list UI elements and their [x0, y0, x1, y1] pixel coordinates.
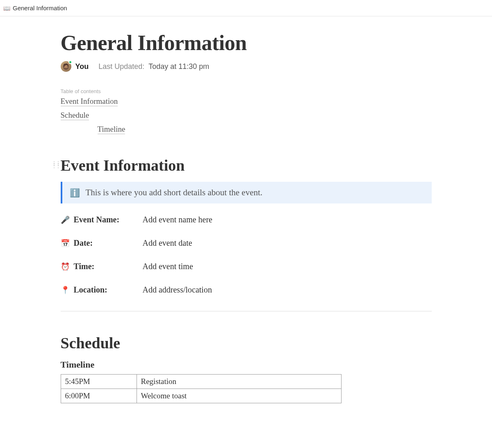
section-event-information: ⋮⋮⋮⋮ Event Information	[61, 156, 432, 174]
last-updated-value: Today at 11:30 pm	[148, 62, 209, 71]
microphone-icon: 🎤	[61, 215, 70, 224]
pin-icon: 📍	[61, 286, 70, 295]
author-name[interactable]: You	[75, 62, 89, 71]
detail-label-location[interactable]: 📍 Location:	[61, 285, 143, 295]
breadcrumb-title[interactable]: General Information	[13, 5, 67, 11]
doc-meta-row: 🧔🏽 You Last Updated: Today at 11:30 pm	[61, 61, 432, 72]
toc-item-timeline[interactable]: Timeline	[61, 125, 432, 134]
page-content: General Information 🧔🏽 You Last Updated:…	[61, 31, 432, 428]
label-text: Event Name:	[74, 215, 120, 224]
last-updated-label: Last Updated:	[98, 62, 144, 71]
toc-label: Table of contents	[61, 88, 432, 94]
table-row[interactable]: 5:45PM Registation	[61, 375, 341, 389]
toc-item-event-information[interactable]: Event Information	[61, 97, 432, 106]
cell-activity[interactable]: Registation	[137, 375, 341, 389]
info-callout[interactable]: ℹ️ This is where you add short details a…	[61, 182, 432, 203]
toc-item-schedule[interactable]: Schedule	[61, 111, 432, 120]
page-title[interactable]: General Information	[61, 31, 432, 55]
cell-time[interactable]: 5:45PM	[61, 375, 137, 389]
author-avatar[interactable]: 🧔🏽	[61, 61, 71, 72]
event-details-grid: 🎤 Event Name: Add event name here 📅 Date…	[61, 215, 432, 295]
detail-label-event-name[interactable]: 🎤 Event Name:	[61, 215, 143, 224]
clock-icon: ⏰	[61, 262, 70, 271]
toc-link-text: Timeline	[98, 125, 125, 134]
label-text: Location:	[74, 285, 107, 295]
divider	[61, 311, 432, 311]
callout-text: This is where you add short details abou…	[86, 187, 263, 198]
table-row[interactable]: 6:00PM Welcome toast	[61, 389, 341, 403]
label-text: Date:	[74, 238, 93, 248]
detail-label-date[interactable]: 📅 Date:	[61, 238, 143, 248]
toc-link-text: Schedule	[61, 111, 89, 120]
detail-label-time[interactable]: ⏰ Time:	[61, 262, 143, 271]
heading-schedule[interactable]: Schedule	[61, 334, 432, 352]
heading-timeline[interactable]: Timeline	[61, 359, 432, 370]
detail-value-location[interactable]: Add address/location	[143, 285, 432, 295]
heading-event-information[interactable]: Event Information	[61, 156, 432, 174]
book-icon: 📖	[3, 5, 10, 11]
info-icon: ℹ️	[70, 188, 80, 198]
detail-value-date[interactable]: Add event date	[143, 238, 432, 248]
cell-time[interactable]: 6:00PM	[61, 389, 137, 403]
drag-handle-icon[interactable]: ⋮⋮⋮⋮	[52, 162, 60, 167]
toc-link-text: Event Information	[61, 97, 118, 106]
presence-indicator-icon	[68, 60, 72, 64]
cell-activity[interactable]: Welcome toast	[137, 389, 341, 403]
timeline-table: 5:45PM Registation 6:00PM Welcome toast	[61, 374, 342, 403]
label-text: Time:	[74, 262, 95, 271]
detail-value-time[interactable]: Add event time	[143, 262, 432, 271]
breadcrumb-bar: 📖 General Information	[0, 0, 492, 16]
table-of-contents: Event Information Schedule Timeline	[61, 97, 432, 134]
calendar-icon: 📅	[61, 239, 70, 248]
detail-value-event-name[interactable]: Add event name here	[143, 215, 432, 224]
